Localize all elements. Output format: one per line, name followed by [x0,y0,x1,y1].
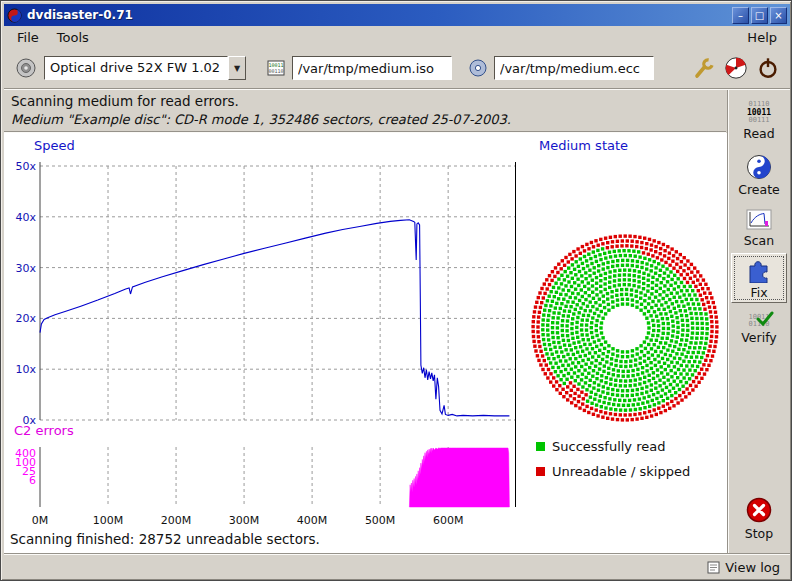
close-button[interactable]: × [770,7,787,24]
svg-text:00110: 00110 [268,68,283,74]
window-title: dvdisaster-0.71 [27,8,730,22]
quit-button[interactable] [754,54,782,82]
scan-result-panel: 0x10x20x30x40x50x0M100M200M300M400M500M6… [4,133,728,553]
legend-unreadable-swatch [536,467,545,476]
c2-errors-title: C2 errors [14,423,74,438]
action-sidebar: 01110 10011 00111 Read Create Scan [730,90,789,553]
app-window: dvdisaster-0.71 – □ × File Tools Help Op… [0,0,792,581]
legend-unreadable-label: Unreadable / skipped [552,464,690,479]
app-icon [7,8,22,23]
legend-read-swatch [536,442,545,451]
iso-file-button[interactable]: 10011 00110 [264,56,288,80]
svg-text:400M: 400M [297,514,328,527]
create-button[interactable]: Create [731,150,787,200]
fix-button[interactable]: Fix [731,253,787,303]
read-label: Read [743,126,774,141]
speed-chart-title: Speed [34,138,75,153]
stop-icon [745,496,773,524]
drive-combo[interactable]: Optical drive 52X FW 1.02 ▼ [44,56,246,80]
view-log-label: View log [725,560,780,575]
scan-chart-icon [746,209,772,231]
svg-text:200M: 200M [161,514,192,527]
svg-text:300M: 300M [229,514,260,527]
status-medium-text: Medium "Example disc": CD-R mode 1, 3524… [11,112,726,127]
iso-file-icon: 10011 00110 [266,58,286,78]
titlebar[interactable]: dvdisaster-0.71 – □ × [4,4,790,26]
svg-text:500M: 500M [365,514,396,527]
create-yin-yang-icon [746,154,772,180]
help-about-button[interactable] [722,54,750,82]
svg-text:20x: 20x [15,312,36,325]
stop-button[interactable]: Stop [731,493,787,543]
ecc-path-field[interactable] [494,56,654,80]
power-icon [756,56,780,80]
toolbar: Optical drive 52X FW 1.02 ▼ 10011 00110 [4,48,790,88]
scan-button[interactable]: Scan [731,203,787,253]
medium-state-disc [530,233,720,423]
svg-text:10x: 10x [15,363,36,376]
svg-text:100M: 100M [93,514,124,527]
svg-text:50x: 50x [15,160,36,173]
stop-label: Stop [745,526,773,541]
minimize-button[interactable]: – [732,7,749,24]
drive-icon [15,57,37,79]
verify-button[interactable]: 10011 01110 Verify [731,304,787,354]
svg-text:600M: 600M [433,514,464,527]
status-area: Scanning medium for read errors. Medium … [4,90,726,131]
scan-result-text: Scanning finished: 28752 unreadable sect… [10,531,320,547]
drive-select-button[interactable] [12,54,40,82]
footer-bar: View log [4,555,790,579]
view-log-button[interactable]: View log [707,560,780,575]
color-wheel-icon [724,56,748,80]
fix-puzzle-icon [746,257,772,283]
svg-text:6: 6 [29,474,36,487]
scan-label: Scan [744,233,774,248]
svg-text:30x: 30x [15,262,36,275]
medium-state-title: Medium state [539,138,628,153]
preferences-button[interactable] [690,54,718,82]
svg-text:40x: 40x [15,211,36,224]
read-icon: 01110 10011 00111 [747,101,771,124]
ecc-file-button[interactable] [466,56,490,80]
legend-read-label: Successfully read [552,439,665,454]
ecc-file-icon [468,58,488,78]
legend-unreadable: Unreadable / skipped [536,464,690,479]
status-action-text: Scanning medium for read errors. [11,93,726,109]
sidebar-separator [727,90,729,553]
iso-path-field[interactable] [292,56,452,80]
fix-label: Fix [750,285,767,300]
chevron-down-icon[interactable]: ▼ [228,56,246,80]
wrench-icon [692,56,716,80]
menu-tools[interactable]: Tools [48,28,98,47]
menu-help[interactable]: Help [738,28,786,47]
checkmark-icon [756,311,774,327]
legend-read: Successfully read [536,439,665,454]
svg-text:0M: 0M [32,514,49,527]
menu-file[interactable]: File [8,28,48,47]
menubar: File Tools Help [4,26,790,48]
log-document-icon [707,561,720,574]
create-label: Create [738,182,780,197]
read-button[interactable]: 01110 10011 00111 Read [731,96,787,146]
maximize-button[interactable]: □ [751,7,768,24]
verify-label: Verify [741,330,776,345]
verify-icon: 10011 01110 [748,314,769,328]
drive-combo-value: Optical drive 52X FW 1.02 [44,56,228,80]
